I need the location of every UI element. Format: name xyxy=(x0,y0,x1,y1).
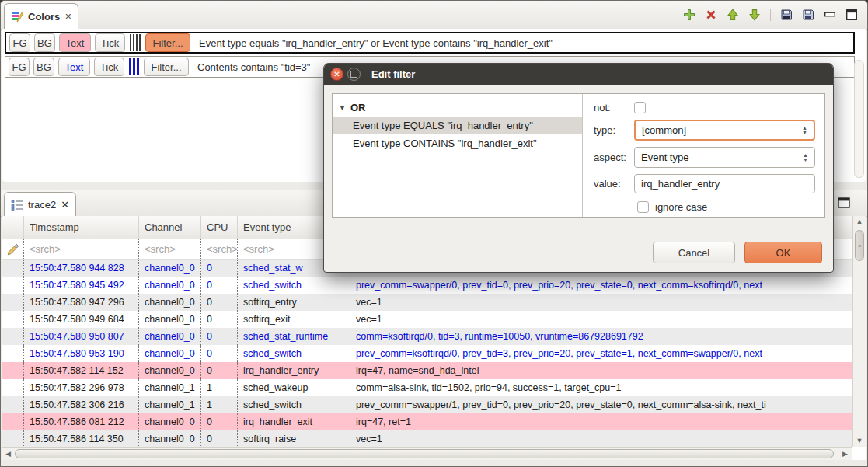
application-window: Colors ✕ xyxy=(0,0,868,467)
table-cell: 1 xyxy=(201,396,238,413)
text-color-button[interactable]: Text xyxy=(59,33,91,52)
dialog-maximize-icon[interactable] xyxy=(347,68,361,81)
bg-button[interactable]: BG xyxy=(34,33,55,52)
add-color-icon[interactable] xyxy=(683,9,695,21)
table-row[interactable]: 15:50:47.580 953 190channel0_00sched_swi… xyxy=(2,345,852,362)
table-row[interactable]: 15:50:47.580 950 807channel0_00sched_sta… xyxy=(2,328,852,345)
table-cell xyxy=(2,379,24,396)
table-cell: 15:50:47.580 950 807 xyxy=(24,328,139,345)
table-cell: irq=47, ret=1 xyxy=(350,413,852,430)
table-cell: sched_stat_runtime xyxy=(238,328,350,345)
ignore-case-row: ignore case xyxy=(637,201,815,213)
table-cell: 15:50:47.582 296 978 xyxy=(24,379,139,396)
rule-description: Event type equals "irq_handler_entry" or… xyxy=(199,37,553,49)
scroll-right-icon[interactable]: ▶ xyxy=(842,450,848,458)
fg-button[interactable]: FG xyxy=(9,58,30,76)
table-cell xyxy=(2,345,24,362)
filter-button[interactable]: Filter... xyxy=(144,58,189,76)
aspect-select[interactable]: Event type ▲▼ xyxy=(634,147,815,168)
tree-expand-icon[interactable]: ▼ xyxy=(339,104,346,112)
move-down-icon[interactable] xyxy=(748,9,761,21)
table-row[interactable]: 15:50:47.582 306 216channel0_11sched_swi… xyxy=(2,396,852,413)
type-select[interactable]: [common] ▲▼ xyxy=(634,120,815,141)
table-row[interactable]: 15:50:47.582 114 152channel0_00irq_handl… xyxy=(2,362,852,379)
ignore-case-label: ignore case xyxy=(655,201,707,213)
filter-tree-item[interactable]: Event type CONTAINS "irq_handler_exit" xyxy=(333,134,582,152)
vertical-scrollbar[interactable]: ▲ ≡ ▼ xyxy=(852,216,866,447)
bg-button[interactable]: BG xyxy=(33,58,54,76)
search-cell[interactable]: <srch> xyxy=(139,239,201,259)
fg-button[interactable]: FG xyxy=(9,33,30,52)
scroll-up-icon[interactable]: ▲ xyxy=(853,218,866,225)
table-row[interactable]: 15:50:47.582 296 978channel0_11sched_wak… xyxy=(2,379,852,396)
column-header-cpu[interactable]: CPU xyxy=(201,216,238,239)
scroll-down-icon[interactable]: ▼ xyxy=(853,437,866,444)
move-up-icon[interactable] xyxy=(727,9,739,21)
value-label: value: xyxy=(594,178,634,190)
aspect-label: aspect: xyxy=(594,152,634,163)
delete-color-icon[interactable] xyxy=(705,9,717,21)
table-cell xyxy=(2,311,24,328)
table-cell: channel0_0 xyxy=(139,277,201,294)
minimize-view-icon[interactable] xyxy=(824,9,836,21)
table-cell: 0 xyxy=(201,277,238,294)
export-colors-save-icon[interactable] xyxy=(780,9,793,21)
table-cell: channel0_0 xyxy=(139,294,201,311)
table-cell xyxy=(2,430,24,447)
vertical-scrollbar-thumb[interactable]: ≡ xyxy=(855,230,864,261)
trace-table-body: 15:50:47.580 944 828channel0_00sched_sta… xyxy=(2,260,852,447)
table-row[interactable]: 15:50:47.580 947 296channel0_00softirq_e… xyxy=(2,294,852,311)
tab-trace2[interactable]: trace2 ✕ xyxy=(4,192,76,216)
search-cell[interactable]: <srch> xyxy=(24,239,139,259)
table-cell: sched_switch xyxy=(238,277,350,294)
table-row[interactable]: 15:50:47.586 114 350channel0_00softirq_r… xyxy=(2,430,852,447)
maximize-view-icon[interactable] xyxy=(845,9,858,21)
table-cell: irq_handler_exit xyxy=(238,413,350,430)
filter-tree-root[interactable]: ▼ OR xyxy=(333,99,582,117)
ok-button[interactable]: OK xyxy=(744,242,822,263)
dialog-titlebar[interactable]: ✕ Edit filter xyxy=(324,64,833,85)
table-cell: prev_comm=ksoftirqd/0, prev_tid=3, prev_… xyxy=(350,345,852,362)
table-cell: 0 xyxy=(201,345,238,362)
maximize-trace-view-icon[interactable] xyxy=(838,197,850,208)
table-cell: channel0_0 xyxy=(139,328,201,345)
tab-trace2-close-icon[interactable]: ✕ xyxy=(61,199,69,211)
rule-description: Contents contains "tid=3" xyxy=(197,61,310,73)
spinner-arrows-icon[interactable]: ▲▼ xyxy=(802,126,807,135)
table-cell: 15:50:47.582 114 152 xyxy=(24,362,139,379)
tab-trace2-label: trace2 xyxy=(28,199,56,211)
table-row[interactable]: 15:50:47.580 945 492channel0_00sched_swi… xyxy=(2,277,852,294)
table-cell: channel0_0 xyxy=(139,430,201,447)
ignore-case-checkbox[interactable] xyxy=(637,201,649,213)
not-checkbox[interactable] xyxy=(634,102,646,113)
value-input[interactable]: irq_handler_entry xyxy=(634,174,815,193)
tab-colors-close-icon[interactable]: ✕ xyxy=(64,12,71,21)
horizontal-scrollbar[interactable]: ◀ ▶ xyxy=(2,447,852,460)
color-rule-row-1[interactable]: FG BG Text Tick Filter... Event type equ… xyxy=(5,32,855,54)
table-row[interactable]: 15:50:47.586 081 212channel0_00irq_handl… xyxy=(2,413,852,430)
horizontal-scrollbar-thumb[interactable] xyxy=(15,449,834,458)
column-header-marker xyxy=(2,216,24,239)
table-cell: prev_comm=swapper/0, prev_tid=0, prev_pr… xyxy=(350,277,852,294)
table-row[interactable]: 15:50:47.580 949 684channel0_00softirq_e… xyxy=(2,311,852,328)
filter-tree-item[interactable]: Event type EQUALS "irq_handler_entry" xyxy=(333,117,582,134)
colors-tabbar: Colors ✕ xyxy=(1,1,867,30)
scroll-left-icon[interactable]: ◀ xyxy=(5,450,11,458)
search-cell[interactable]: <srch> xyxy=(201,239,238,259)
tick-button[interactable]: Tick xyxy=(95,33,125,52)
spinner-arrows-icon[interactable]: ▲▼ xyxy=(803,153,808,162)
column-header-timestamp[interactable]: Timestamp xyxy=(24,216,139,239)
tab-colors-label: Colors xyxy=(28,11,60,23)
dialog-close-icon[interactable]: ✕ xyxy=(330,68,343,81)
table-cell: 0 xyxy=(201,413,238,430)
cancel-button[interactable]: Cancel xyxy=(653,242,735,263)
text-color-button[interactable]: Text xyxy=(58,58,90,76)
table-cell: 0 xyxy=(201,328,238,345)
filter-button[interactable]: Filter... xyxy=(145,33,190,52)
colors-vertical-scrollbar[interactable] xyxy=(854,60,864,178)
table-cell: 15:50:47.580 949 684 xyxy=(24,311,139,328)
tab-colors[interactable]: Colors ✕ xyxy=(4,3,78,29)
column-header-channel[interactable]: Channel xyxy=(139,216,201,239)
import-colors-save-icon[interactable] xyxy=(802,9,814,21)
tick-button[interactable]: Tick xyxy=(94,58,124,76)
